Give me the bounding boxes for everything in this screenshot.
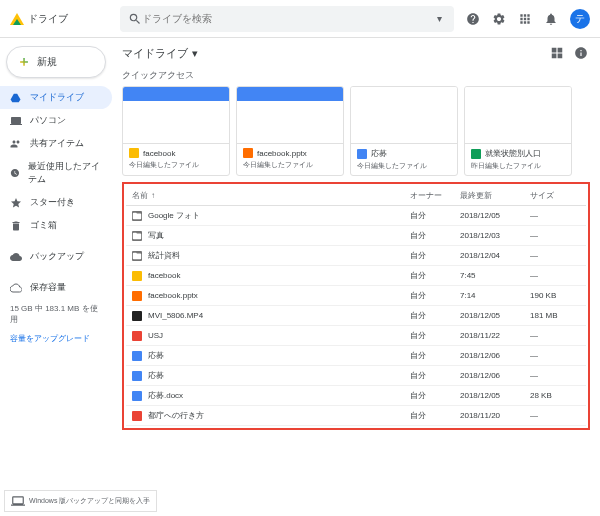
search-bar[interactable]: ▾ [120,6,454,32]
quick-access-card[interactable]: facebook.pptx今日編集したファイル [236,86,344,176]
new-button[interactable]: ＋ 新規 [6,46,106,78]
quick-access-card[interactable]: 就業状態別人口昨日編集したファイル [464,86,572,176]
sidebar-item-drive[interactable]: マイドライブ [0,86,112,109]
grid-view-icon[interactable] [550,46,564,60]
col-size[interactable]: サイズ [530,190,580,201]
file-owner: 自分 [410,250,460,261]
file-name: 都庁への行き方 [148,410,204,421]
quick-access-card[interactable]: facebook今日編集したファイル [122,86,230,176]
sidebar-storage[interactable]: 保存容量 [0,276,112,299]
sidebar-backup[interactable]: バックアップ [0,245,112,268]
search-input[interactable] [142,13,432,24]
file-icon [132,231,142,241]
new-label: 新規 [37,55,57,69]
sidebar-item-label: 共有アイテム [30,137,84,150]
sidebar: ＋ 新規 マイドライブパソコン共有アイテム最近使用したアイテムスター付きゴミ箱 … [0,38,112,516]
file-name: 応募 [148,350,164,361]
file-name: 就業状態別人口 [485,148,541,159]
table-row[interactable]: 統計資料自分2018/12/04— [126,246,586,266]
col-owner[interactable]: オーナー [410,190,460,201]
table-row[interactable]: 応募.docx自分2018/12/0528 KB [126,386,586,406]
thumbnail [237,87,343,143]
sidebar-item-people[interactable]: 共有アイテム [0,132,112,155]
notifications-icon[interactable] [544,12,558,26]
file-size: 190 KB [530,291,580,300]
table-row[interactable]: facebook自分7:45— [126,266,586,286]
quick-access-card[interactable]: 応募今日編集したファイル [350,86,458,176]
header-icons: テ [466,9,590,29]
backup-label: バックアップ [30,250,84,263]
sidebar-item-label: 最近使用したアイテム [28,160,102,186]
table-row[interactable]: 写真自分2018/12/03— [126,226,586,246]
storage-used: 15 GB 中 183.1 MB を使用 [0,299,112,329]
sidebar-item-computer[interactable]: パソコン [0,109,112,132]
sidebar-item-star[interactable]: スター付き [0,191,112,214]
sidebar-item-label: スター付き [30,196,75,209]
header: ドライブ ▾ テ [0,0,600,38]
file-owner: 自分 [410,210,460,221]
table-row[interactable]: 都庁への行き方自分2018/11/20— [126,406,586,426]
dropdown-icon[interactable]: ▾ [432,12,446,26]
file-type-icon [129,148,139,158]
file-name: facebook.pptx [257,149,307,158]
file-icon [132,371,142,381]
table-row[interactable]: 応募自分2018/12/06— [126,366,586,386]
sidebar-item-clock[interactable]: 最近使用したアイテム [0,155,112,191]
file-modified: 7:14 [460,291,530,300]
help-icon[interactable] [466,12,480,26]
file-modified: 2018/11/22 [460,331,530,340]
file-modified: 2018/12/05 [460,391,530,400]
file-owner: 自分 [410,390,460,401]
cloud-icon [10,251,22,263]
thumbnail [123,87,229,143]
cloud-outline-icon [10,282,22,294]
file-type-icon [357,149,367,159]
col-modified[interactable]: 最終更新 [460,190,530,201]
main-content: マイドライブ ▾ クイックアクセス facebook今日編集したファイルface… [112,38,600,516]
thumbnail [465,87,571,143]
file-modified: 2018/12/06 [460,351,530,360]
file-icon [132,291,142,301]
file-owner: 自分 [410,230,460,241]
table-row[interactable]: facebook.pptx自分7:14190 KB [126,286,586,306]
file-name: USJ [148,331,163,340]
logo-section[interactable]: ドライブ [10,12,120,26]
file-name: facebook [143,149,175,158]
sidebar-item-label: ゴミ箱 [30,219,57,232]
avatar[interactable]: テ [570,9,590,29]
file-subtitle: 今日編集したファイル [243,160,337,170]
file-size: — [530,251,580,260]
file-size: — [530,331,580,340]
file-modified: 2018/12/03 [460,231,530,240]
file-icon [132,411,142,421]
promo-text: Windows 版バックアップと同期を入手 [29,496,150,506]
file-owner: 自分 [410,350,460,361]
sidebar-item-trash[interactable]: ゴミ箱 [0,214,112,237]
table-row[interactable]: 応募自分2018/12/06— [126,346,586,366]
chevron-down-icon: ▾ [192,47,198,60]
file-icon [132,391,142,401]
info-icon[interactable] [574,46,588,60]
table-row[interactable]: USJ自分2018/11/22— [126,326,586,346]
file-size: — [530,211,580,220]
file-table: 名前↑ オーナー 最終更新 サイズ Google フォト自分2018/12/05… [122,182,590,430]
apps-icon[interactable] [518,12,532,26]
sidebar-item-label: パソコン [30,114,66,127]
file-size: 181 MB [530,311,580,320]
star-icon [10,197,22,209]
file-name: 応募.docx [148,390,183,401]
file-size: 28 KB [530,391,580,400]
file-name: 応募 [371,148,387,159]
storage-upgrade-link[interactable]: 容量をアップグレード [0,329,112,348]
backup-sync-promo[interactable]: Windows 版バックアップと同期を入手 [4,490,157,512]
table-row[interactable]: Google フォト自分2018/12/05— [126,206,586,226]
breadcrumb[interactable]: マイドライブ ▾ [122,46,590,61]
sort-arrow-icon: ↑ [151,191,155,200]
file-icon [132,271,142,281]
table-row[interactable]: MVI_5806.MP4自分2018/12/05181 MB [126,306,586,326]
drive-icon [10,92,22,104]
col-name[interactable]: 名前↑ [132,190,410,201]
file-subtitle: 今日編集したファイル [357,161,451,171]
gear-icon[interactable] [492,12,506,26]
file-modified: 2018/12/05 [460,211,530,220]
